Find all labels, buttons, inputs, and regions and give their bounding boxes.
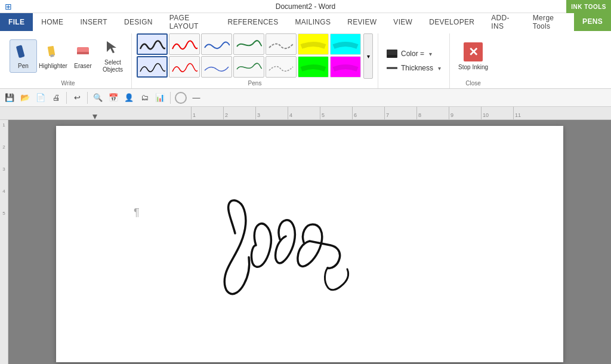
tab-page-layout[interactable]: PAGE LAYOUT <box>161 13 220 31</box>
color-row[interactable]: Color = ▾ <box>383 48 445 60</box>
document-area: 12345 ¶ <box>0 120 611 364</box>
ruler-unit: 3 <box>255 107 288 119</box>
eraser-label: Eraser <box>74 63 91 70</box>
stop-inking-content: ✕ Stop Inking <box>455 33 492 79</box>
color-thickness-group: Color = ▾ Thickness ▾ <box>378 33 450 88</box>
title-bar: ⊞ Document2 - Word INK TOOLS <box>0 0 611 13</box>
circle-tool[interactable] <box>174 91 188 105</box>
indent-arrow-icon <box>92 115 97 119</box>
tab-merge-tools[interactable]: Merge Tools <box>524 13 574 31</box>
horizontal-ruler: 1 2 3 4 5 6 7 8 9 10 11 <box>0 107 611 120</box>
tab-mailings[interactable]: MAILINGS <box>286 13 339 31</box>
pen-item-2[interactable] <box>169 33 200 55</box>
ruler-unit: 11 <box>513 107 545 119</box>
pen-item-5[interactable] <box>266 33 297 55</box>
save-button[interactable]: 💾 <box>2 91 17 105</box>
tab-file[interactable]: FILE <box>0 13 33 31</box>
pens-scroll-button[interactable]: ▾ <box>363 33 373 79</box>
pen-item-13-green[interactable] <box>298 56 329 78</box>
document-title: Document2 - Word <box>276 2 335 11</box>
pen-item-6-yellow[interactable] <box>298 33 329 55</box>
pens-row-1 <box>137 33 361 55</box>
toolbar-separator-3 <box>170 92 171 104</box>
thickness-icon <box>387 64 397 72</box>
stop-inking-label: Stop Inking <box>458 64 488 70</box>
new-button[interactable]: 📄 <box>33 91 48 105</box>
tab-design[interactable]: DESIGN <box>116 13 161 31</box>
undo-button[interactable]: ↩ <box>70 91 84 105</box>
page-container: ¶ <box>8 120 611 364</box>
pen-label: Pen <box>18 63 29 70</box>
pen-item-12[interactable] <box>266 56 297 78</box>
ruler-unit: 4 <box>288 107 320 119</box>
select-icon <box>104 39 121 58</box>
ribbon: Pen Highlighter <box>0 31 611 89</box>
pens-row-2 <box>137 56 361 78</box>
ruler-unit: 8 <box>416 107 449 119</box>
pen-item-1[interactable] <box>137 33 168 55</box>
write-group-content: Pen Highlighter <box>10 33 126 79</box>
pen-item-9[interactable] <box>169 56 200 78</box>
find-button[interactable]: 🔍 <box>91 91 105 105</box>
windows-icon: ⊞ <box>5 2 12 11</box>
highlighter-label: Highlighter <box>39 63 67 70</box>
tab-add-ins[interactable]: ADD-INS <box>483 13 524 31</box>
handwritten-signature <box>199 198 414 329</box>
pen-icon <box>15 42 32 61</box>
highlighter-icon <box>45 42 61 61</box>
tab-review[interactable]: REVIEW <box>339 13 385 31</box>
svg-rect-8 <box>387 55 397 57</box>
pen-item-14-pink[interactable] <box>330 56 361 78</box>
ruler-unit: 6 <box>352 107 384 119</box>
pen-button[interactable]: Pen <box>10 39 37 73</box>
quick-access-toolbar: 💾 📂 📄 🖨 ↩ 🔍 📅 👤 🗂 📊 — <box>0 89 611 107</box>
tab-home[interactable]: HOME <box>33 13 72 31</box>
pens-grid <box>137 33 361 78</box>
open-button[interactable]: 📂 <box>18 91 32 105</box>
color-swatch-icon <box>387 50 397 58</box>
pen-item-4[interactable] <box>233 33 264 55</box>
pens-group-label: Pens <box>248 79 262 88</box>
pen-item-7-cyan[interactable] <box>330 33 361 55</box>
tab-references[interactable]: REFERENCES <box>219 13 286 31</box>
thickness-row[interactable]: Thickness ▾ <box>383 62 445 74</box>
toolbar-separator <box>66 92 67 104</box>
color-dropdown-icon: ▾ <box>429 51 432 57</box>
close-group-label: Close <box>465 79 481 88</box>
eraser-icon <box>75 42 91 61</box>
stop-inking-group: ✕ Stop Inking Close <box>450 33 496 88</box>
folder-button[interactable]: 🗂 <box>137 91 152 105</box>
calendar-button[interactable]: 📅 <box>106 91 121 105</box>
eraser-button[interactable]: Eraser <box>69 39 97 73</box>
tab-insert[interactable]: INSERT <box>72 13 116 31</box>
select-objects-button[interactable]: SelectObjects <box>99 36 126 76</box>
chart-button[interactable]: 📊 <box>153 91 167 105</box>
write-group: Pen Highlighter <box>5 33 132 88</box>
ruler-unit: 2 <box>223 107 255 119</box>
tab-view[interactable]: VIEW <box>385 13 421 31</box>
ruler-unit: 10 <box>481 107 513 119</box>
pens-group: ▾ Pens <box>132 33 378 88</box>
toolbar-separator-2 <box>87 92 88 104</box>
dash-button[interactable]: — <box>189 91 203 105</box>
pen-item-8[interactable] <box>137 56 168 78</box>
color-label: Color = <box>401 50 424 58</box>
pen-item-10[interactable] <box>201 56 232 78</box>
ruler-unit: 1 <box>191 107 223 119</box>
vertical-ruler: 12345 <box>0 120 8 364</box>
print-button[interactable]: 🖨 <box>49 91 63 105</box>
select-objects-label: SelectObjects <box>103 59 123 73</box>
paragraph-mark: ¶ <box>134 206 140 219</box>
stop-inking-icon: ✕ <box>464 42 483 61</box>
ruler-left-indent[interactable] <box>92 107 97 119</box>
pens-group-content: ▾ <box>137 33 373 79</box>
ruler-unit: 5 <box>320 107 352 119</box>
highlighter-button[interactable]: Highlighter <box>39 39 67 73</box>
stop-inking-button[interactable]: ✕ Stop Inking <box>455 40 492 73</box>
pen-item-11[interactable] <box>233 56 264 78</box>
tab-pens[interactable]: PENS <box>574 13 611 31</box>
thickness-dropdown-icon: ▾ <box>438 65 441 72</box>
tab-developer[interactable]: DEVELOPER <box>421 13 483 31</box>
user-button[interactable]: 👤 <box>122 91 136 105</box>
pen-item-3[interactable] <box>201 33 232 55</box>
